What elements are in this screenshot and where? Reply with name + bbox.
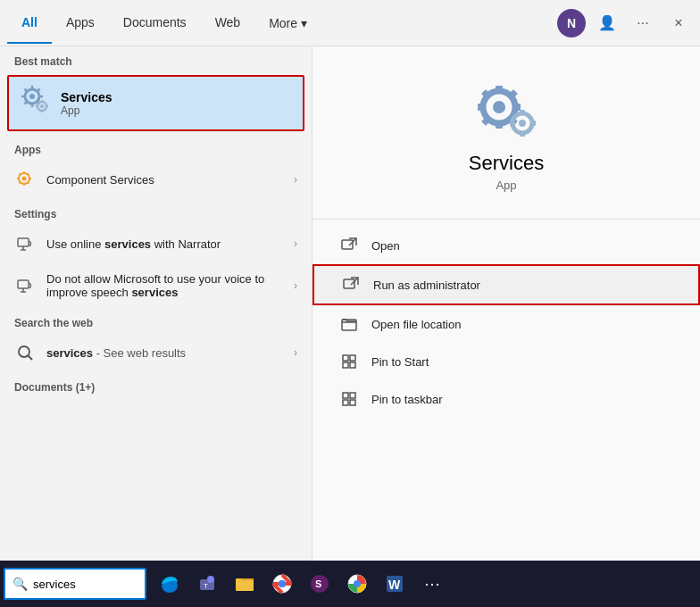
component-services-icon xyxy=(14,169,36,190)
search-web-item[interactable]: services - See web results › xyxy=(0,333,312,372)
taskbar-explorer-icon[interactable] xyxy=(227,566,262,602)
speech-services-label: Do not allow Microsoft to use your voice… xyxy=(46,272,283,299)
app-icon-large xyxy=(474,82,538,139)
tab-web[interactable]: Web xyxy=(201,3,255,44)
svg-rect-56 xyxy=(350,355,355,361)
svg-line-23 xyxy=(28,182,29,183)
arrow-right-icon-4: › xyxy=(294,346,297,359)
chevron-down-icon: ▾ xyxy=(301,16,307,30)
tab-all[interactable]: All xyxy=(7,3,52,44)
arrow-right-icon-3: › xyxy=(294,279,297,292)
svg-point-32 xyxy=(19,346,29,357)
main-content: Best match xyxy=(0,46,700,561)
search-suffix: - See web results xyxy=(93,346,186,360)
svg-point-35 xyxy=(493,101,505,113)
best-match-section-label: Best match xyxy=(0,46,312,71)
taskbar-search-icon: 🔍 xyxy=(12,577,28,591)
svg-rect-58 xyxy=(350,362,355,368)
svg-line-9 xyxy=(25,102,28,104)
taskbar-search-input[interactable] xyxy=(33,578,138,591)
avatar[interactable]: N xyxy=(557,9,586,37)
top-navigation: All Apps Documents Web More ▾ N 👤 ··· × xyxy=(0,0,700,46)
taskbar-chrome2-icon[interactable] xyxy=(339,566,375,602)
svg-line-25 xyxy=(20,182,21,183)
open-label: Open xyxy=(371,239,400,253)
taskbar-slack-icon[interactable]: S xyxy=(302,566,338,602)
svg-rect-52 xyxy=(344,279,354,288)
svg-rect-50 xyxy=(342,240,353,249)
run-as-admin-icon xyxy=(341,275,361,295)
svg-point-70 xyxy=(279,580,286,587)
svg-point-17 xyxy=(22,177,27,181)
narrator-icon xyxy=(14,233,36,254)
svg-point-74 xyxy=(354,580,361,587)
svg-rect-55 xyxy=(343,355,348,361)
arrow-right-icon-2: › xyxy=(294,237,297,250)
open-file-location-icon xyxy=(339,314,359,334)
close-icon[interactable]: × xyxy=(664,9,693,37)
svg-line-24 xyxy=(28,174,29,175)
arrow-right-icon: › xyxy=(294,173,297,186)
pin-to-taskbar-label: Pin to taskbar xyxy=(371,393,443,406)
svg-point-65 xyxy=(207,576,214,583)
svg-rect-39 xyxy=(513,104,521,111)
svg-line-6 xyxy=(25,89,28,92)
pin-to-start-icon xyxy=(339,352,359,371)
app-detail-type: App xyxy=(496,179,516,192)
taskbar-chrome-icon[interactable] xyxy=(264,566,300,602)
search-web-label: services - See web results xyxy=(46,346,283,360)
svg-rect-46 xyxy=(520,110,525,115)
best-match-text: Services App xyxy=(61,90,112,117)
svg-rect-36 xyxy=(496,86,503,93)
svg-rect-60 xyxy=(350,393,355,398)
feedback-icon[interactable]: 👤 xyxy=(593,9,621,37)
speech-services-item[interactable]: Do not allow Microsoft to use your voice… xyxy=(0,263,312,308)
taskbar-edge-icon[interactable] xyxy=(152,566,188,602)
svg-rect-47 xyxy=(520,131,525,137)
best-match-subtitle: App xyxy=(61,104,112,117)
run-as-admin-label: Run as administrator xyxy=(373,279,480,292)
nav-right-actions: N 👤 ··· × xyxy=(557,9,693,37)
svg-line-8 xyxy=(38,89,40,92)
open-action[interactable]: Open xyxy=(312,227,700,264)
more-label: More xyxy=(269,16,297,30)
taskbar-word-icon[interactable]: W xyxy=(377,566,412,602)
tab-more[interactable]: More ▾ xyxy=(254,4,321,43)
svg-rect-59 xyxy=(343,393,348,398)
narrator-services-item[interactable]: Use online services with Narrator › xyxy=(0,224,312,263)
svg-rect-29 xyxy=(18,280,29,288)
search-web-section-label: Search the web xyxy=(0,308,312,333)
open-file-location-action[interactable]: Open file location xyxy=(312,305,700,343)
taskbar-more-apps-icon[interactable]: ⋯ xyxy=(414,566,450,602)
taskbar-search-box[interactable]: 🔍 xyxy=(4,568,146,600)
pin-to-start-action[interactable]: Pin to Start xyxy=(312,343,700,380)
services-app-icon xyxy=(21,86,50,121)
app-detail-name: Services xyxy=(469,152,544,175)
svg-text:W: W xyxy=(388,578,401,592)
tab-documents[interactable]: Documents xyxy=(109,3,201,44)
svg-point-45 xyxy=(519,120,526,127)
svg-point-1 xyxy=(29,94,35,99)
pin-to-taskbar-icon xyxy=(339,389,359,409)
pin-to-start-label: Pin to Start xyxy=(371,355,429,369)
taskbar-teams-icon[interactable]: T xyxy=(189,566,225,602)
best-match-item[interactable]: Services App xyxy=(7,75,304,131)
svg-line-33 xyxy=(29,356,33,361)
pin-to-taskbar-action[interactable]: Pin to taskbar xyxy=(312,380,700,418)
open-file-location-label: Open file location xyxy=(371,318,461,331)
action-list: Open Run as administrator xyxy=(312,220,700,425)
apps-section-label: Apps xyxy=(0,135,312,160)
component-services-label: Component Services xyxy=(46,173,283,187)
search-web-icon xyxy=(14,342,36,363)
svg-rect-57 xyxy=(343,362,348,368)
tab-apps[interactable]: Apps xyxy=(52,3,109,44)
component-services-item[interactable]: Component Services › xyxy=(0,160,312,199)
right-panel: Services App Open xyxy=(312,46,700,561)
run-as-admin-action[interactable]: Run as administrator xyxy=(312,264,700,305)
documents-section-label: Documents (1+) xyxy=(0,372,312,397)
svg-rect-37 xyxy=(496,121,503,129)
narrator-services-label: Use online services with Narrator xyxy=(46,237,283,251)
more-options-icon[interactable]: ··· xyxy=(629,9,657,37)
app-detail-header: Services App xyxy=(312,46,700,220)
svg-rect-48 xyxy=(510,121,515,126)
